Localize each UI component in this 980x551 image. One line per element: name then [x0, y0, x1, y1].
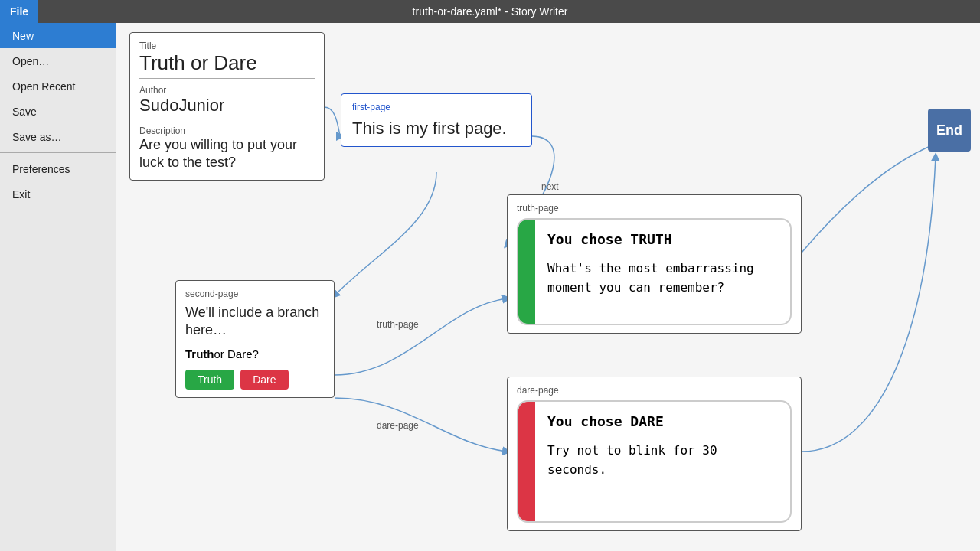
author-label: Author — [139, 85, 315, 96]
dare-page-label: dare-page — [517, 385, 792, 396]
sidebar-item-open-label: Open… — [12, 55, 49, 67]
dare-node-inner: You chose DARE Try not to blink for 30 s… — [517, 400, 792, 523]
title-label: Title — [139, 41, 315, 51]
sidebar-item-exit-label: Exit — [12, 188, 30, 201]
sidebar-item-save-label: Save — [12, 106, 37, 118]
title-value: Truth or Dare — [139, 51, 315, 79]
file-menu[interactable]: File — [0, 0, 38, 23]
dare-page-node[interactable]: dare-page You chose DARE Try not to blin… — [507, 377, 802, 531]
truth-body: What's the most embarrassing moment you … — [547, 259, 778, 298]
truth-button[interactable]: Truth — [185, 370, 234, 390]
truth-title: You chose TRUTH — [547, 229, 778, 251]
first-page-node[interactable]: first-page This is my first page. — [341, 93, 532, 147]
sidebar-item-new-label: New — [12, 30, 34, 42]
end-node[interactable]: End — [928, 109, 971, 152]
desc-label: Description — [139, 126, 315, 136]
sidebar-item-open-recent[interactable]: Open Recent — [0, 73, 116, 99]
sidebar: New Open… Open Recent Save Save as… Pref… — [0, 23, 116, 551]
dare-content: You chose DARE Try not to blink for 30 s… — [535, 402, 790, 521]
sidebar-item-open[interactable]: Open… — [0, 48, 116, 73]
end-label: End — [936, 122, 962, 139]
truth-page-label: truth-page — [377, 319, 419, 330]
sidebar-item-preferences[interactable]: Preferences — [0, 156, 116, 181]
second-page-label: second-page — [185, 289, 325, 299]
dare-title: You chose DARE — [547, 411, 778, 433]
truth-node-inner: You chose TRUTH What's the most embarras… — [517, 218, 792, 325]
window-title: truth-or-dare.yaml* - Story Writer — [413, 5, 568, 18]
titlebar: File truth-or-dare.yaml* - Story Writer — [0, 0, 980, 23]
first-page-label: first-page — [352, 102, 521, 112]
author-value: SudoJunior — [139, 96, 315, 119]
dare-page-label: dare-page — [377, 420, 419, 431]
next-label: next — [541, 181, 559, 192]
sidebar-item-save-as[interactable]: Save as… — [0, 124, 116, 149]
truth-page-label: truth-page — [517, 203, 792, 214]
second-page-content: We'll include a branch here… — [185, 304, 325, 340]
dare-button[interactable]: Dare — [240, 370, 288, 390]
sidebar-item-preferences-label: Preferences — [12, 163, 70, 175]
choice-row: Truth or Dare? — [185, 347, 325, 360]
truth-green-bar — [518, 220, 535, 324]
btn-row: Truth Dare — [185, 364, 325, 390]
sidebar-item-save-as-label: Save as… — [12, 131, 62, 143]
sidebar-item-exit[interactable]: Exit — [0, 181, 116, 207]
sidebar-item-new[interactable]: New — [0, 23, 116, 48]
file-menu-label: File — [10, 5, 28, 18]
truth-page-node[interactable]: truth-page You chose TRUTH What's the mo… — [507, 194, 802, 334]
choice-rest: or Dare? — [214, 347, 259, 360]
canvas: next truth-page dare-page Title Truth or… — [116, 23, 980, 551]
first-page-content: This is my first page. — [352, 119, 521, 139]
second-page-node[interactable]: second-page We'll include a branch here…… — [175, 280, 335, 398]
desc-value: Are you willing to put your luck to the … — [139, 136, 315, 172]
choice-bold: Truth — [185, 347, 214, 360]
dare-body: Try not to blink for 30 seconds. — [547, 441, 778, 480]
sidebar-item-save[interactable]: Save — [0, 99, 116, 124]
sidebar-item-open-recent-label: Open Recent — [12, 80, 76, 93]
dare-red-bar — [518, 402, 535, 521]
sidebar-divider — [0, 152, 116, 153]
truth-content: You chose TRUTH What's the most embarras… — [535, 220, 790, 324]
title-node[interactable]: Title Truth or Dare Author SudoJunior De… — [129, 32, 325, 181]
